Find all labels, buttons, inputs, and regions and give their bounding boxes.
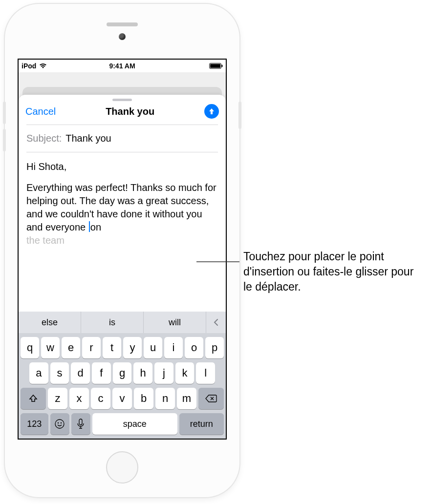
figure-stage: iPod 9:41 AM — [0, 0, 433, 504]
callout-text: Touchez pour placer le point d'insertion… — [243, 249, 419, 294]
